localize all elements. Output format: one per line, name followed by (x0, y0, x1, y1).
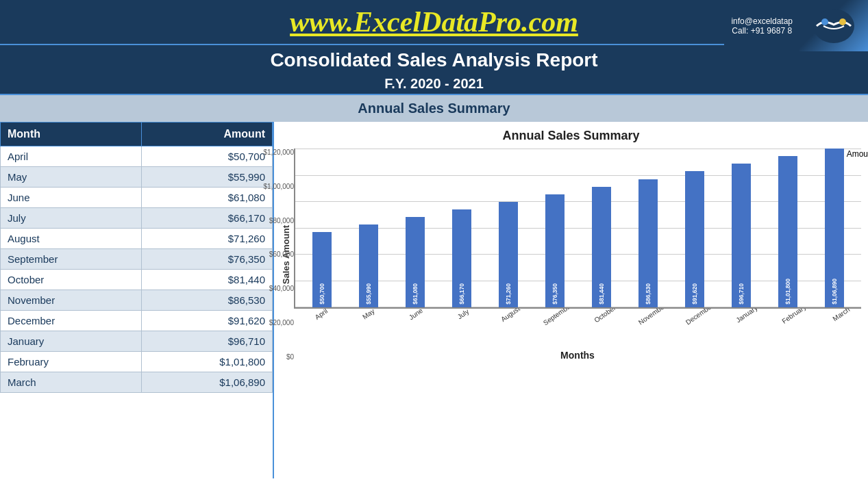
table-header-row: Month Amount (1, 123, 273, 146)
legend-amount: Amou (834, 149, 868, 159)
y-label-4: $60,000 (251, 251, 294, 258)
bar-may: $55,990 (359, 224, 378, 307)
bar-june: $61,080 (406, 217, 425, 307)
table-row: December$91,620 (1, 311, 273, 331)
table-row: January$96,710 (1, 331, 273, 352)
bar-december: $91,620 (685, 171, 704, 307)
svg-point-1 (821, 18, 828, 25)
bar-february: $1,01,800 (778, 156, 797, 307)
x-axis-labels: AprilMayJuneJulyAugustSeptemberOctoberNo… (294, 309, 861, 335)
chart-plot: $50,700$55,990$61,080$66,170$71,260$76,3… (294, 149, 861, 309)
cell-month: July (1, 208, 142, 229)
table-row: November$86,530 (1, 290, 273, 311)
col-amount-header: Amount (141, 123, 272, 146)
y-label-5: $40,000 (251, 285, 294, 292)
bar-value-july: $66,170 (458, 283, 465, 305)
y-label-2: $1,00,000 (251, 183, 294, 190)
cell-month: September (1, 249, 142, 270)
y-label-6: $20,000 (251, 319, 294, 326)
y-label-3: $80,000 (251, 217, 294, 224)
bar-group-august: $71,260 (485, 202, 532, 307)
bar-value-april: $50,700 (319, 283, 325, 305)
contact-info: info@exceldatap Call: +91 9687 8 (724, 0, 799, 51)
x-label-june: June (393, 309, 446, 335)
x-axis-title: Months (294, 350, 861, 361)
bar-november: $86,530 (638, 179, 658, 307)
x-label-february: February (771, 309, 824, 335)
table-row: August$71,260 (1, 229, 273, 249)
bar-value-may: $55,990 (365, 283, 372, 305)
x-label-december: December (676, 309, 730, 335)
bar-april: $50,700 (312, 232, 332, 307)
x-label-august: August (487, 309, 541, 335)
fy-text: F.Y. 2020 - 2021 (384, 76, 484, 91)
contact-email: info@exceldatap (731, 16, 793, 26)
cell-month: December (1, 311, 142, 331)
legend-color-amount (834, 149, 843, 159)
bar-value-june: $61,080 (412, 283, 419, 305)
legend-label-amount: Amou (847, 149, 868, 159)
chart-section: Annual Sales Summary Sales Amount $1,20,… (274, 122, 868, 478)
bar-value-september: $76,350 (551, 283, 558, 305)
bar-group-july: $66,170 (438, 209, 485, 307)
report-title: Consolidated Sales Analysis Report (0, 49, 868, 71)
table-row: March$1,06,890 (1, 372, 273, 393)
cell-month: March (1, 372, 142, 393)
bar-august: $71,260 (499, 202, 518, 307)
cell-month: May (1, 167, 142, 188)
bar-value-december: $91,620 (691, 283, 698, 305)
header-url-bar: www.ExcelDataPro.com info@exceldatap Cal… (0, 0, 868, 44)
chart-title: Annual Sales Summary (281, 129, 861, 143)
bar-group-april: $50,700 (299, 232, 345, 307)
bar-group-february: $1,01,800 (765, 156, 811, 307)
table-row: April$50,700 (1, 146, 273, 167)
bar-july: $66,170 (452, 209, 471, 307)
cell-month: October (1, 270, 142, 290)
bar-group-june: $61,080 (392, 217, 438, 307)
y-axis-labels: $1,20,000 $1,00,000 $80,000 $60,000 $40,… (251, 149, 294, 361)
cell-month: November (1, 290, 142, 311)
table-row: May$55,990 (1, 167, 273, 188)
bar-group-september: $76,350 (532, 194, 578, 307)
bar-value-february: $1,01,800 (784, 279, 791, 305)
bar-group-november: $86,530 (625, 179, 671, 307)
sales-table: Month Amount April$50,700May$55,990June$… (0, 122, 273, 393)
table-row: July$66,170 (1, 208, 273, 229)
bar-value-november: $86,530 (645, 283, 652, 305)
bar-group-october: $81,440 (578, 187, 625, 307)
cell-month: February (1, 352, 142, 372)
x-label-july: July (440, 309, 493, 335)
col-month-header: Month (1, 123, 142, 146)
cell-month: April (1, 146, 142, 167)
svg-point-2 (839, 18, 846, 25)
bar-october: $81,440 (592, 187, 611, 307)
x-label-october: October (582, 309, 635, 335)
website-url: www.ExcelDataPro.com (290, 6, 578, 38)
table-row: October$81,440 (1, 270, 273, 290)
x-label-april: April (298, 309, 351, 335)
bar-group-may: $55,990 (345, 224, 392, 307)
cell-month: June (1, 188, 142, 208)
main-content: Month Amount April$50,700May$55,990June$… (0, 122, 868, 478)
bar-value-march: $1,06,890 (831, 279, 838, 305)
contact-phone: Call: +91 9687 8 (731, 26, 793, 36)
bar-group-march: $1,06,890 (811, 149, 858, 307)
bar-group-january: $96,710 (718, 164, 765, 307)
x-label-may: May (345, 309, 399, 335)
table-row: September$76,350 (1, 249, 273, 270)
bar-value-october: $81,440 (598, 283, 605, 305)
logo-box (799, 0, 868, 51)
svg-point-0 (813, 9, 854, 43)
bar-march: $1,06,890 (825, 149, 844, 307)
handshake-icon (810, 5, 858, 47)
bar-september: $76,350 (545, 194, 565, 307)
x-label-september: September (534, 309, 588, 335)
bar-january: $96,710 (732, 164, 751, 307)
x-label-march: March (818, 309, 861, 335)
bar-value-august: $71,260 (505, 283, 512, 305)
bar-value-january: $96,710 (738, 283, 745, 305)
cell-month: August (1, 229, 142, 249)
bar-group-december: $91,620 (671, 171, 718, 307)
y-label-1: $1,20,000 (251, 149, 294, 156)
cell-month: January (1, 331, 142, 352)
